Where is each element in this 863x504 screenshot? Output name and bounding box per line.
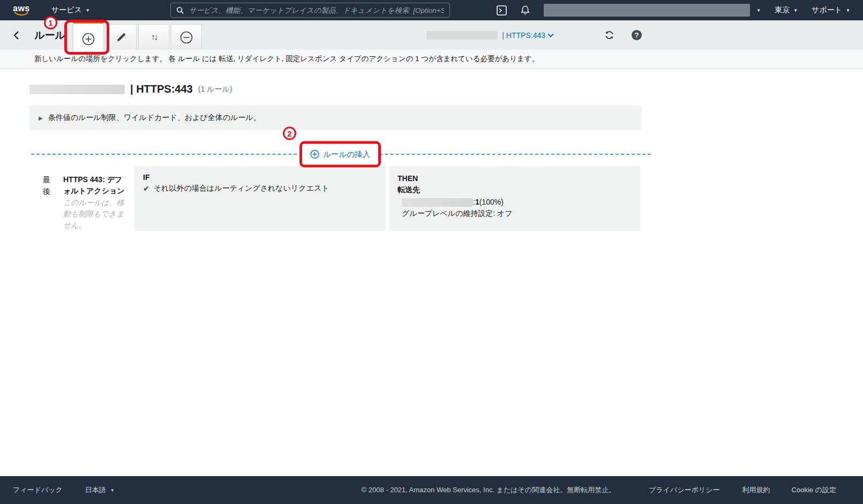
caret-down-icon: ▼	[846, 8, 850, 13]
search-input[interactable]	[189, 6, 444, 14]
redacted-account-name	[544, 4, 750, 17]
insert-rule-section: 2 ルールの挿入	[29, 130, 651, 166]
rule-condition: それ以外の場合はルーティングされないリクエスト	[154, 184, 329, 193]
listener-heading-label: | HTTPS:443	[130, 83, 193, 95]
forward-label: 転送先	[397, 184, 632, 195]
rule-name: HTTPS 443: デフォルトアクション	[63, 174, 129, 197]
region-menu[interactable]: 東京 ▼	[775, 5, 798, 15]
chevron-down-icon	[547, 31, 553, 37]
rule-if-cell: IF ✔ それ以外の場合はルーティングされないリクエスト	[134, 166, 386, 231]
then-header: THEN	[397, 173, 632, 184]
aws-logo-text: aws	[13, 5, 30, 12]
tab-reorder-rules[interactable]: ↑↓	[138, 24, 169, 50]
minus-circle-icon	[179, 31, 193, 44]
annotation-badge-step2: 2	[283, 127, 296, 140]
rules-main: | HTTPS:443 (1 ルール) ▶ 条件値のルール制限、ワイルドカード、…	[0, 69, 863, 231]
aws-logo[interactable]: aws	[13, 5, 30, 16]
rule-note: このルールは、移動も制限もできません。	[63, 197, 129, 231]
target-percent: (100%)	[479, 197, 504, 208]
copyright-text: © 2008 - 2021, Amazon Web Services, Inc.…	[362, 485, 616, 495]
annotation-badge-step1: 1	[44, 16, 57, 29]
tab-edit-rule[interactable]	[106, 24, 137, 50]
refresh-icon[interactable]	[604, 30, 614, 40]
plus-circle-icon	[81, 32, 95, 46]
limits-label: 条件値のルール制限、ワイルドカード、および全体のルール。	[48, 113, 261, 123]
privacy-policy-link[interactable]: プライバシーポリシー	[649, 485, 719, 495]
question-glyph: ?	[635, 31, 639, 39]
pencil-icon	[116, 32, 126, 43]
back-button[interactable]	[9, 31, 25, 40]
top-nav: aws サービス ▼ ▼ 東京 ▼ サポート ▼	[0, 0, 863, 20]
account-menu[interactable]: ▼	[544, 4, 761, 17]
default-rule-row[interactable]: 最後 HTTPS 443: デフォルトアクション このルールは、移動も制限もでき…	[29, 166, 644, 231]
support-label: サポート	[812, 5, 842, 15]
redacted-target-group-name	[402, 198, 473, 207]
caret-down-icon: ▼	[756, 8, 761, 13]
plus-circle-icon	[310, 150, 319, 159]
services-label: サービス	[51, 5, 82, 15]
region-label: 東京	[775, 5, 790, 15]
toolbar-right: | HTTPS:443 ?	[426, 30, 642, 40]
rule-name-cell: HTTPS 443: デフォルトアクション このルールは、移動も制限もできません…	[63, 166, 134, 231]
annotation-box-step2: 2 ルールの挿入	[299, 141, 381, 168]
rule-order-label: 最後	[43, 174, 51, 197]
feedback-link[interactable]: フィードバック	[13, 485, 63, 495]
if-header: IF	[143, 173, 377, 182]
target-group-line: : 1 (100%)	[402, 197, 632, 208]
insert-rule-button[interactable]: ルールの挿入	[303, 145, 377, 164]
limits-expander[interactable]: ▶ 条件値のルール制限、ワイルドカード、および全体のルール。	[29, 106, 641, 130]
console-footer: フィードバック 日本語 ▼ © 2008 - 2021, Amazon Web …	[0, 476, 863, 504]
expand-arrow-icon: ▶	[39, 115, 43, 121]
rule-order-cell: 最後	[29, 166, 63, 231]
page-title: ルール	[34, 28, 65, 42]
rule-count: (1 ルール)	[198, 85, 232, 94]
info-bar: 新しいルールの場所をクリックします。 各 ルール には 転送, リダイレクト, …	[0, 50, 863, 69]
listener-heading: | HTTPS:443 (1 ルール)	[29, 83, 863, 95]
global-search[interactable]	[170, 3, 450, 18]
redacted-load-balancer-name	[29, 85, 125, 94]
cloudshell-icon[interactable]	[497, 5, 507, 16]
rule-then-cell: THEN 転送先 : 1 (100%) グループレベルの維持設定: オフ	[389, 166, 640, 231]
info-bar-text: 新しいルールの場所をクリックします。 各 ルール には 転送, リダイレクト, …	[34, 55, 539, 63]
rule-action-tabs: ↑↓	[73, 20, 202, 50]
caret-down-icon: ▼	[110, 488, 115, 493]
caret-down-icon: ▼	[793, 8, 798, 13]
notifications-bell-icon[interactable]	[521, 5, 530, 15]
listener-selector-label: | HTTPS:443	[502, 31, 545, 40]
language-label: 日本語	[85, 485, 106, 495]
support-menu[interactable]: サポート ▼	[812, 5, 850, 15]
top-nav-right: ▼ 東京 ▼ サポート ▼	[497, 4, 853, 17]
caret-down-icon: ▼	[86, 8, 90, 13]
aws-smile-icon	[14, 12, 28, 16]
stickiness-setting: グループレベルの維持設定: オフ	[402, 208, 632, 219]
sort-arrows-icon: ↑↓	[151, 32, 156, 43]
redacted-load-balancer-name	[426, 31, 498, 40]
listener-selector[interactable]: | HTTPS:443	[502, 31, 553, 40]
check-icon: ✔	[143, 184, 149, 193]
rules-toolbar: ルール ↑↓ | HTTPS:443	[0, 20, 863, 50]
tab-delete-rule[interactable]	[171, 24, 202, 50]
language-selector[interactable]: 日本語 ▼	[85, 485, 115, 495]
target-weight: 1	[475, 197, 479, 208]
insert-rule-button-label: ルールの挿入	[323, 149, 370, 160]
tab-add-rule[interactable]	[73, 21, 104, 55]
services-menu[interactable]: サービス ▼	[51, 5, 90, 15]
search-icon	[176, 6, 184, 14]
terms-link[interactable]: 利用規約	[742, 485, 770, 495]
cookie-settings-link[interactable]: Cookie の設定	[792, 485, 836, 495]
help-icon[interactable]: ?	[632, 30, 642, 40]
